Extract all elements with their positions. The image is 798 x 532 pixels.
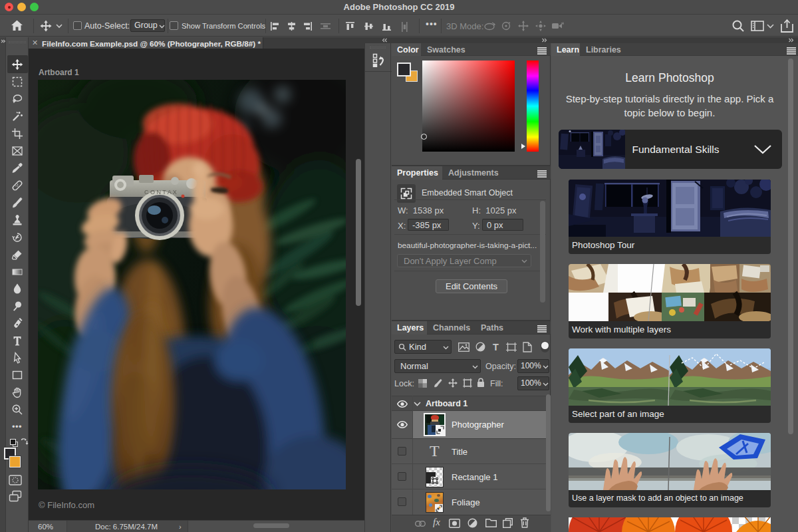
svg-text:C O N T A X: C O N T A X <box>144 189 177 196</box>
